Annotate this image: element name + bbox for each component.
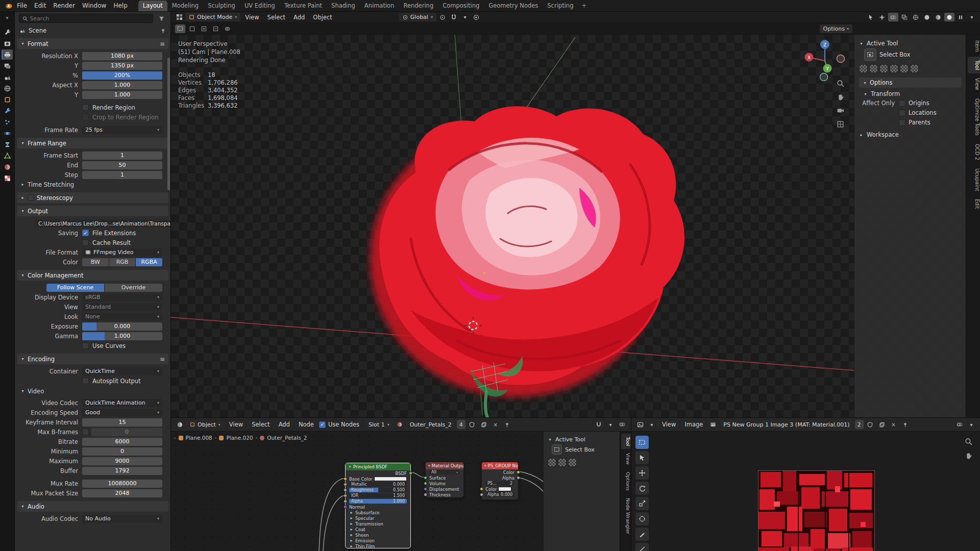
material-browse-icon[interactable]	[395, 420, 405, 429]
maximum-field[interactable]: 9000	[82, 457, 162, 465]
new-image-icon[interactable]	[877, 420, 887, 429]
frame-end-field[interactable]: 50	[82, 161, 162, 169]
gizmo-x-neg-axis[interactable]	[837, 55, 845, 63]
tab-material-properties[interactable]	[2, 162, 13, 172]
workspace-tab-geometry-nodes[interactable]: Geometry Nodes	[484, 1, 543, 11]
gamma-slider[interactable]: 1.000	[82, 332, 162, 340]
aspect-y-field[interactable]: 1.000	[82, 91, 162, 99]
minimum-field[interactable]: 0	[82, 447, 162, 456]
base-color-input-socket[interactable]	[344, 477, 347, 481]
properties-search[interactable]	[19, 14, 153, 23]
workspace-tab-uv-editing[interactable]: UV Editing	[240, 1, 280, 11]
shader-editor-type-icon[interactable]	[175, 420, 185, 429]
active-tool-title[interactable]: Active Tool	[867, 40, 898, 47]
tab-tool-properties[interactable]	[2, 27, 13, 37]
color-rgb-button[interactable]: RGB	[109, 258, 136, 266]
pivot-point-icon[interactable]	[437, 13, 448, 21]
output-target-dropdown[interactable]: All▾	[429, 470, 460, 474]
material-users-count[interactable]: 4	[457, 420, 465, 429]
tab-output-properties[interactable]	[2, 49, 13, 60]
tool-thumb-icon[interactable]	[890, 64, 898, 73]
crop-render-region-checkbox[interactable]	[82, 114, 89, 120]
pan-hand-icon[interactable]	[835, 91, 846, 103]
viewport-menu-view[interactable]: View	[241, 13, 262, 22]
tool-thumb-icon[interactable]	[568, 458, 577, 467]
video-codec-dropdown[interactable]: QuickTime Animation▾	[82, 399, 162, 407]
select-mode-extend-icon[interactable]	[199, 24, 209, 33]
group-alpha-slider[interactable]: Alpha0.000	[485, 492, 514, 497]
sidebar-tab-view[interactable]: View	[968, 74, 980, 94]
tab-particle-properties[interactable]	[2, 117, 13, 127]
shader-node-canvas[interactable]: ‹ Plane.008 › Plane.020 › Outer_Petals_2	[171, 432, 631, 551]
filter-icon[interactable]	[156, 14, 166, 23]
node-snap-magnet-icon[interactable]	[594, 420, 604, 429]
sidebar-tab-edit[interactable]: Edit	[968, 195, 980, 212]
max-b-frames-field[interactable]: 0	[91, 428, 162, 436]
displacement-input-socket[interactable]	[424, 487, 427, 491]
tab-render-properties[interactable]	[2, 38, 13, 48]
selectability-dropdown[interactable]	[866, 13, 876, 21]
view-transform-dropdown[interactable]: Standard▾	[82, 303, 162, 311]
tab-modifier-properties[interactable]	[2, 106, 13, 116]
tool-thumb-icon[interactable]	[900, 64, 909, 73]
output-path-field[interactable]: C:\Users\Marcus Lee\Drop...se\Animation\…	[35, 219, 170, 228]
shader-tab-node-wrangler[interactable]: Node Wrangler	[621, 495, 631, 537]
roughness-slider[interactable]: Roughness0.500	[349, 488, 407, 492]
mode-dropdown[interactable]: Object Mode▾	[185, 13, 240, 21]
sidebar-tab-tool[interactable]: Tool	[968, 57, 980, 73]
pin-icon[interactable]	[160, 28, 166, 34]
image-name-field[interactable]: PS New Group 1 Image 3 (MAT: Material.00…	[720, 420, 853, 429]
file-extensions-checkbox[interactable]	[82, 230, 89, 236]
sidebar-tab-item[interactable]: Item	[968, 37, 980, 56]
tab-world-properties[interactable]	[2, 83, 13, 93]
workspace-tab-compositing[interactable]: Compositing	[438, 1, 484, 11]
node-snap-dropdown[interactable]: ▾	[605, 420, 616, 429]
shader-menu-add[interactable]: Add	[275, 420, 293, 429]
pin-icon[interactable]	[502, 420, 512, 429]
max-b-frames-checkbox[interactable]	[82, 429, 89, 435]
shading-solid-icon[interactable]	[922, 13, 932, 21]
shader-tab-view[interactable]: View	[621, 450, 631, 468]
camera-view-icon[interactable]	[835, 105, 846, 116]
node-material-output[interactable]: Material Output All▾ Surface Volume Disp…	[425, 462, 464, 498]
mux-packet-size-field[interactable]: 2048	[82, 489, 162, 497]
shader-active-tool-title[interactable]: Active Tool	[555, 436, 585, 443]
autosplit-output-checkbox[interactable]	[82, 378, 89, 384]
menu-window[interactable]: Window	[79, 0, 110, 11]
section-encoding-header[interactable]: Encoding≡	[17, 354, 168, 364]
surface-input-socket[interactable]	[424, 476, 427, 480]
section-output-header[interactable]: Output	[17, 206, 168, 216]
image-tool-rotate[interactable]	[635, 482, 649, 495]
section-audio-header[interactable]: Audio	[17, 501, 168, 512]
affect-parents-checkbox[interactable]	[899, 119, 905, 126]
tab-texture-properties[interactable]	[2, 173, 13, 183]
mux-rate-field[interactable]: 10080000	[82, 480, 162, 488]
transform-section-header[interactable]: Transform	[871, 90, 900, 97]
shading-material-icon[interactable]	[933, 13, 943, 21]
roughness-input-socket[interactable]	[344, 488, 347, 492]
navigation-gizmo[interactable]: Z X Y	[802, 38, 848, 84]
alpha-slider[interactable]: Alpha1.000	[349, 499, 407, 504]
file-format-dropdown[interactable]: FFmpeg Video▾	[82, 248, 162, 257]
image-menu-view[interactable]: View	[658, 420, 679, 429]
stereoscopy-checkbox[interactable]	[28, 194, 34, 201]
blender-logo-icon[interactable]	[3, 1, 13, 10]
select-mode-intersect-icon[interactable]	[222, 24, 232, 33]
group-color-input-socket[interactable]	[480, 487, 483, 491]
thickness-input-socket[interactable]	[424, 493, 427, 496]
node-ps-group[interactable]: PS_GROUP Ne... Color Alpha PS...2 Color …	[481, 462, 519, 500]
add-workspace-button[interactable]: +	[578, 1, 590, 11]
render-region-checkbox[interactable]	[82, 104, 89, 111]
image-users-count[interactable]: 2	[855, 420, 864, 429]
zoom-gizmo-icon[interactable]	[835, 78, 846, 89]
follow-scene-button[interactable]: Follow Scene	[46, 284, 104, 292]
active-tool-select-box-icon[interactable]	[175, 24, 185, 33]
shading-rendered-icon[interactable]	[944, 13, 954, 21]
container-dropdown[interactable]: QuickTime▾	[82, 367, 162, 375]
shader-select-box-tool-button[interactable]	[552, 444, 562, 455]
tool-thumb-icon[interactable]	[859, 64, 868, 73]
use-nodes-checkbox[interactable]	[319, 421, 326, 428]
tab-physics-properties[interactable]	[2, 128, 13, 138]
collapse-arrow-icon[interactable]: ‹	[174, 435, 176, 440]
preset-menu-icon[interactable]: ≡	[160, 356, 165, 363]
